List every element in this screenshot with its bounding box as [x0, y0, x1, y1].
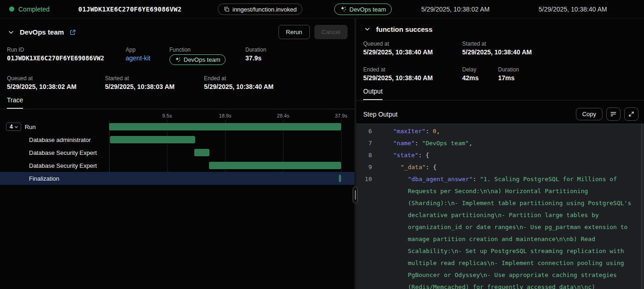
- run-id-value: 01JWDK1XE6C270F6YE69086VW2: [7, 54, 126, 62]
- ended-timestamp: 5/29/2025, 10:38:40 AM: [539, 6, 607, 13]
- run-status-bar: Completed 01JWDK1XE6C270F6YE69086VW2 inn…: [0, 0, 644, 18]
- code-line: 7"name": "DevOps team",: [356, 137, 644, 149]
- trace-rows: 4RunDatabase administratorDatabase Secur…: [0, 120, 354, 185]
- trace-row-label: Database administrator: [29, 136, 91, 143]
- event-badge[interactable]: inngest/function.invoked: [218, 3, 302, 15]
- trace-row-label: Run: [25, 124, 36, 130]
- line-number: 7: [356, 137, 378, 149]
- sparkle-icon: [175, 57, 181, 63]
- queued-timestamp: 5/29/2025, 10:38:02 AM: [421, 6, 490, 13]
- copy-button[interactable]: Copy: [576, 108, 603, 120]
- line-number: 6: [356, 125, 378, 137]
- app-link[interactable]: agent-kit: [126, 54, 169, 62]
- trace-span-bar[interactable]: [110, 136, 195, 143]
- field-function: Function DevOps team: [169, 47, 245, 65]
- step-field-queued-at: Queued at 5/29/2025, 10:38:40 AM: [363, 41, 462, 56]
- trace-span-bar[interactable]: [339, 175, 341, 182]
- trace-row[interactable]: 4Run: [0, 120, 354, 133]
- resize-handle[interactable]: [353, 187, 358, 203]
- line-number: 9: [356, 161, 378, 173]
- event-badge-label: inngest/function.invoked: [232, 6, 296, 12]
- trace-span-bar[interactable]: [109, 123, 341, 130]
- function-badge-top[interactable]: DevOps team: [334, 3, 392, 15]
- field-started-at: Started at 5/29/2025, 10:38:03 AM: [105, 75, 204, 90]
- trace-span-bar[interactable]: [209, 162, 341, 169]
- step-title: function success: [376, 25, 433, 33]
- step-field-delay: Delay 42ms: [462, 66, 498, 82]
- trace-row-label: Finalization: [29, 175, 59, 182]
- trace-row[interactable]: Finalization: [0, 172, 354, 185]
- trace-span-bar[interactable]: [194, 149, 209, 156]
- run-id-top: 01JWDK1XE6C270F6YE69086VW2: [78, 6, 181, 13]
- trace-row[interactable]: Database administrator: [0, 133, 354, 146]
- status-dot-icon: [9, 6, 14, 12]
- line-number: 10: [356, 173, 378, 289]
- run-tabs: Trace: [0, 96, 354, 109]
- wrap-text-button[interactable]: [606, 107, 621, 121]
- code-line: 10"dba_agent_answer": "1. Scaling Postgr…: [356, 173, 644, 289]
- function-badge-label: DevOps team: [349, 6, 386, 12]
- trace-row[interactable]: Database Security Expert: [0, 159, 354, 172]
- line-number: 8: [356, 149, 378, 161]
- field-run-id: Run ID 01JWDK1XE6C270F6YE69086VW2: [7, 47, 126, 65]
- timeline-axis: 9.5s18.9s28.4s37.9s: [109, 113, 341, 120]
- collapse-step-chevron-icon[interactable]: [363, 25, 371, 33]
- field-duration: Duration 37.9s: [245, 47, 266, 65]
- step-output-title: Step Output: [363, 111, 398, 118]
- function-badge[interactable]: DevOps team: [169, 54, 226, 65]
- axis-tick-label: 28.4s: [277, 113, 290, 118]
- step-details-panel: function success Queued at 5/29/2025, 10…: [356, 18, 644, 289]
- axis-tick-label: 18.9s: [219, 113, 232, 118]
- step-field-ended-at: Ended at 5/29/2025, 10:38:40 AM: [363, 66, 462, 82]
- event-icon: [224, 6, 230, 12]
- sparkle-icon: [340, 6, 347, 12]
- run-title: DevOps team: [20, 28, 64, 36]
- duration-value: 37.9s: [245, 54, 266, 62]
- rerun-button[interactable]: Rerun: [278, 25, 309, 39]
- field-ended-at: Ended at 5/29/2025, 10:38:40 AM: [204, 75, 273, 90]
- external-link-icon[interactable]: [70, 29, 76, 35]
- trace-row-label: Database Security Expert: [29, 162, 97, 169]
- cancel-button[interactable]: Cancel: [314, 25, 348, 39]
- step-count-expander[interactable]: 4: [6, 123, 21, 131]
- code-line: 6"maxIter": 0,: [356, 125, 644, 137]
- axis-tick-label: 37.9s: [335, 113, 348, 118]
- step-output-toolbar: Step Output Copy: [356, 105, 644, 124]
- step-field-duration: Duration 17ms: [498, 66, 519, 82]
- trace-timeline: 9.5s18.9s28.4s37.9s 4RunDatabase adminis…: [0, 113, 354, 185]
- code-line: 8"state": {: [356, 149, 644, 161]
- step-output-code[interactable]: 6"maxIter": 0,7"name": "DevOps team",8"s…: [356, 124, 644, 289]
- trace-row-label: Database Security Expert: [29, 149, 97, 156]
- field-app: App agent-kit: [126, 47, 169, 65]
- trace-row[interactable]: Database Security Expert: [0, 146, 354, 159]
- code-line: 9"_data": {: [356, 161, 644, 173]
- step-tabs: Output: [356, 87, 644, 100]
- chevron-down-icon: [14, 125, 18, 129]
- code-scrollbar[interactable]: [641, 124, 644, 289]
- tab-trace[interactable]: Trace: [7, 96, 23, 109]
- status-label: Completed: [18, 6, 50, 13]
- run-status: Completed: [9, 6, 50, 13]
- step-field-started-at: Started at 5/29/2025, 10:38:40 AM: [462, 41, 532, 56]
- expand-icon: [628, 111, 634, 117]
- collapse-run-chevron-icon[interactable]: [7, 28, 15, 36]
- run-details-panel: DevOps team Rerun Cancel Run ID 01JWDK1X…: [0, 18, 354, 289]
- tab-output[interactable]: Output: [363, 88, 383, 100]
- field-queued-at: Queued at 5/29/2025, 10:38:02 AM: [7, 75, 105, 90]
- axis-tick-label: 9.5s: [162, 113, 172, 118]
- wrap-text-icon: [610, 111, 617, 118]
- expand-button[interactable]: [624, 107, 638, 121]
